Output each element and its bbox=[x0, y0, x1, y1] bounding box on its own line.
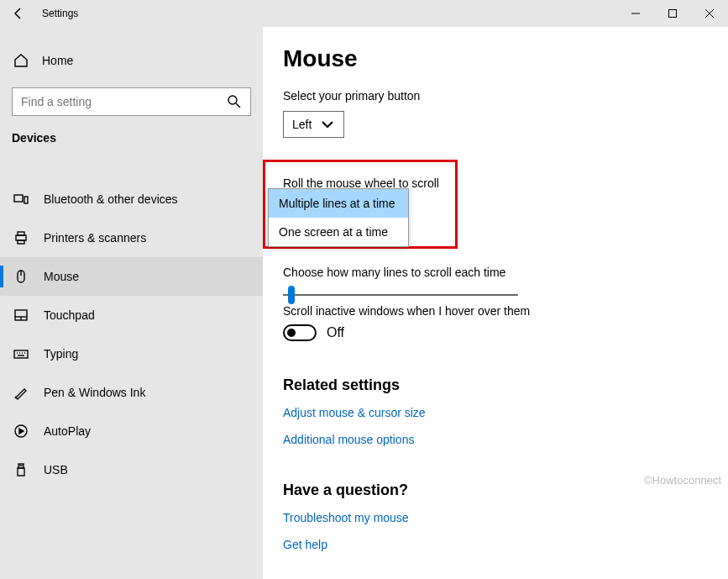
chevron-down-icon bbox=[320, 117, 335, 132]
sidebar-item-usb[interactable]: USB bbox=[0, 450, 263, 489]
svg-point-4 bbox=[228, 96, 237, 104]
keyboard-icon bbox=[13, 346, 29, 361]
window-title: Settings bbox=[42, 8, 78, 19]
svg-rect-8 bbox=[16, 235, 26, 240]
search-input-wrapper[interactable] bbox=[12, 87, 251, 116]
mouse-icon bbox=[13, 269, 29, 284]
link-troubleshoot[interactable]: Troubleshoot my mouse bbox=[283, 511, 708, 524]
usb-icon bbox=[13, 462, 29, 477]
link-get-help[interactable]: Get help bbox=[283, 538, 708, 551]
touchpad-icon bbox=[13, 308, 29, 323]
close-button[interactable] bbox=[691, 0, 728, 27]
primary-button-combo[interactable]: Left bbox=[283, 111, 344, 138]
sidebar: Home Devices Bluetooth & other devices P… bbox=[0, 27, 263, 579]
category-heading: Devices bbox=[0, 131, 263, 160]
lines-scroll-label: Choose how many lines to scroll each tim… bbox=[283, 266, 708, 279]
svg-rect-24 bbox=[18, 468, 24, 476]
search-input[interactable] bbox=[21, 95, 197, 108]
sidebar-item-bluetooth[interactable]: Bluetooth & other devices bbox=[0, 180, 263, 218]
primary-button-label: Select your primary button bbox=[283, 89, 708, 103]
search-icon bbox=[227, 94, 242, 109]
sidebar-item-mouse[interactable]: Mouse bbox=[0, 257, 263, 296]
related-settings-heading: Related settings bbox=[283, 376, 708, 394]
sidebar-item-typing[interactable]: Typing bbox=[0, 334, 263, 373]
hover-scroll-value: Off bbox=[327, 325, 344, 340]
svg-rect-10 bbox=[18, 240, 24, 244]
page-title: Mouse bbox=[283, 45, 708, 72]
autoplay-icon bbox=[13, 424, 29, 439]
svg-rect-7 bbox=[24, 197, 28, 203]
hover-scroll-label: Scroll inactive windows when I hover ove… bbox=[283, 304, 708, 318]
svg-rect-9 bbox=[18, 232, 24, 235]
link-additional-options[interactable]: Additional mouse options bbox=[283, 433, 708, 446]
devices-icon bbox=[13, 192, 29, 207]
home-icon bbox=[13, 53, 29, 68]
svg-rect-16 bbox=[14, 350, 28, 358]
home-label: Home bbox=[42, 54, 73, 67]
pen-icon bbox=[13, 385, 29, 400]
svg-rect-23 bbox=[18, 464, 24, 468]
svg-line-5 bbox=[236, 103, 240, 108]
printer-icon bbox=[13, 230, 29, 245]
sidebar-item-autoplay[interactable]: AutoPlay bbox=[0, 412, 263, 450]
svg-rect-6 bbox=[14, 195, 23, 202]
minimize-button[interactable] bbox=[617, 0, 654, 27]
watermark: ©Howtoconnect bbox=[644, 474, 721, 487]
home-nav[interactable]: Home bbox=[0, 44, 263, 77]
maximize-button[interactable] bbox=[654, 0, 691, 27]
content-pane: Mouse Select your primary button Left Ro… bbox=[263, 27, 728, 579]
hover-scroll-toggle[interactable] bbox=[283, 324, 317, 341]
roll-wheel-dropdown[interactable]: Multiple lines at a time One screen at a… bbox=[268, 188, 409, 247]
roll-option-multiple[interactable]: Multiple lines at a time bbox=[269, 189, 408, 218]
link-adjust-cursor[interactable]: Adjust mouse & cursor size bbox=[283, 406, 708, 419]
roll-option-onescreen[interactable]: One screen at a time bbox=[269, 218, 408, 246]
back-button[interactable] bbox=[0, 0, 37, 27]
svg-rect-1 bbox=[669, 10, 677, 18]
sidebar-item-touchpad[interactable]: Touchpad bbox=[0, 296, 263, 334]
sidebar-item-printers[interactable]: Printers & scanners bbox=[0, 218, 263, 257]
sidebar-item-pen[interactable]: Pen & Windows Ink bbox=[0, 373, 263, 412]
slider-thumb[interactable] bbox=[288, 286, 295, 304]
